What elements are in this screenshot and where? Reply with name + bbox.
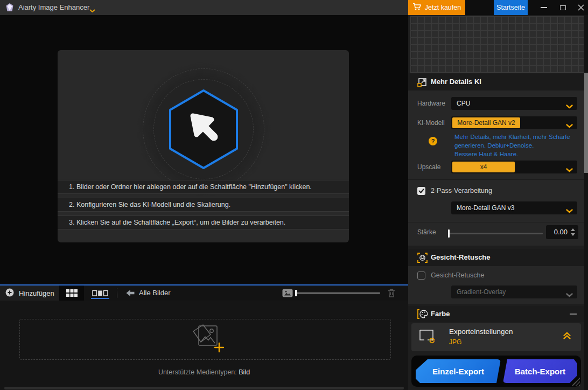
settings-sidebar: Mehr Details KI Hardware CPU KI-Modell M… bbox=[408, 15, 588, 390]
strength-slider-handle[interactable] bbox=[448, 229, 450, 238]
filmstrip-view-icon bbox=[92, 290, 108, 297]
upscale-dropdown[interactable]: x4 bbox=[451, 161, 577, 173]
active-view-underline bbox=[91, 298, 109, 299]
supported-media-label: Unterstützte Medientypen: bbox=[158, 368, 237, 376]
gear-icon: ⚙ bbox=[429, 336, 436, 345]
batch-export-label: Batch-Export bbox=[515, 367, 565, 376]
face-overlay-value: Gradient-Overlay bbox=[457, 285, 506, 298]
supported-media-value: Bild bbox=[239, 368, 250, 376]
instruction-step-3: 3. Klicken Sie auf die Schaltfläche „Exp… bbox=[58, 215, 349, 229]
chevron-down-icon[interactable] bbox=[89, 5, 95, 15]
preview-grid-area bbox=[410, 16, 584, 73]
face-retouch-label: Gesicht-Retusche bbox=[431, 271, 484, 280]
strength-slider-track[interactable] bbox=[448, 233, 543, 234]
app-logo-icon bbox=[5, 3, 15, 15]
details-settings-block: Hardware CPU KI-Modell More-Detail GAN v… bbox=[408, 90, 584, 179]
hardware-value: CPU bbox=[457, 97, 470, 110]
chevron-down-icon bbox=[566, 206, 573, 215]
export-format-value: JPG bbox=[449, 338, 461, 346]
filter-label: Alle Bilder bbox=[139, 285, 171, 301]
ki-model-label: KI-Modell bbox=[417, 116, 445, 129]
export-settings-panel[interactable]: ⚙ Exporteinstellungen JPG bbox=[411, 323, 581, 351]
collapse-minus-icon[interactable] bbox=[570, 314, 577, 315]
filmstrip-view-toggle[interactable] bbox=[84, 285, 116, 301]
home-label: Startseite bbox=[496, 4, 525, 11]
horizontal-scrollbar[interactable] bbox=[4, 387, 404, 389]
home-button[interactable]: Startseite bbox=[494, 0, 528, 15]
instruction-step-1: 1. Bilder oder Ordner hier ablegen oder … bbox=[58, 180, 349, 194]
hexagon-drop-icon[interactable] bbox=[163, 86, 244, 175]
buy-now-label: Jetzt kaufen bbox=[425, 4, 461, 11]
help-icon[interactable]: ? bbox=[429, 137, 437, 145]
sidebar-scrollbar-thumb[interactable] bbox=[584, 73, 588, 173]
grid-view-icon bbox=[66, 289, 78, 297]
model-description-line3: Bessere Haut & Haare. bbox=[454, 150, 582, 158]
cart-icon bbox=[412, 3, 421, 12]
main-canvas-area: 1. Bilder oder Ordner hier ablegen oder … bbox=[0, 15, 408, 284]
add-images-label: Hinzufügen bbox=[19, 289, 54, 297]
upscale-expand-icon bbox=[417, 77, 428, 89]
two-pass-checkbox[interactable] bbox=[417, 187, 425, 195]
ki-model-dropdown[interactable]: More-Detail GAN v2 bbox=[451, 116, 577, 129]
hardware-label: Hardware bbox=[417, 97, 445, 110]
plus-circle-icon bbox=[5, 288, 14, 298]
thumbnail-size-slider-track[interactable] bbox=[295, 292, 380, 294]
two-pass-model-dropdown[interactable]: More-Detail GAN v3 bbox=[451, 201, 577, 214]
chevron-down-icon bbox=[566, 101, 573, 111]
upscale-label: Upscale bbox=[417, 161, 440, 173]
add-images-button[interactable]: Hinzufügen bbox=[0, 285, 59, 301]
batch-export-button[interactable]: Batch-Export bbox=[503, 359, 577, 383]
hardware-dropdown[interactable]: CPU bbox=[451, 97, 577, 110]
two-pass-label: 2-Pass-Verarbeitung bbox=[431, 186, 492, 195]
close-button[interactable] bbox=[573, 0, 588, 15]
buy-now-button[interactable]: Jetzt kaufen bbox=[408, 0, 465, 15]
sidebar-scrollbar-track[interactable] bbox=[584, 15, 588, 390]
double-chevron-up-icon[interactable] bbox=[563, 331, 571, 342]
single-export-label: Einzel-Export bbox=[432, 367, 484, 376]
thumbnail-size-icon bbox=[282, 289, 293, 300]
face-section-title: Gesicht-Retusche bbox=[431, 249, 491, 266]
instruction-step-2: 2. Konfigurieren Sie das KI-Modell und d… bbox=[58, 198, 349, 212]
section-header-details: Mehr Details KI bbox=[408, 73, 584, 90]
export-buttons-bar: Einzel-Export Batch-Export bbox=[411, 356, 581, 387]
strength-label: Stärke bbox=[417, 225, 436, 239]
face-retouch-icon bbox=[417, 253, 428, 264]
minimize-button[interactable] bbox=[536, 0, 552, 15]
spinner-down-icon[interactable] bbox=[571, 233, 575, 236]
grid-view-toggle[interactable] bbox=[59, 285, 84, 301]
face-overlay-dropdown[interactable]: Gradient-Overlay bbox=[451, 285, 577, 298]
app-title: Aiarty Image Enhancer bbox=[18, 0, 89, 15]
thumbnail-toolbar: Hinzufügen Alle Bilder bbox=[0, 284, 408, 301]
back-arrow-icon[interactable] bbox=[125, 289, 135, 299]
two-pass-model-value: More-Detail GAN v3 bbox=[457, 201, 514, 214]
chevron-down-icon bbox=[566, 290, 573, 300]
chevron-down-icon bbox=[566, 121, 573, 130]
face-retouch-checkbox[interactable] bbox=[417, 271, 425, 280]
chevron-down-icon bbox=[566, 165, 573, 175]
two-pass-block: 2-Pass-Verarbeitung More-Detail GAN v3 S… bbox=[408, 180, 584, 246]
maximize-button[interactable] bbox=[555, 0, 571, 15]
titlebar-right: Jetzt kaufen Startseite bbox=[408, 0, 588, 15]
single-export-button[interactable]: Einzel-Export bbox=[416, 359, 501, 383]
face-settings-block: Gesicht-Retusche Gradient-Overlay bbox=[408, 266, 584, 304]
spinner-up-icon[interactable] bbox=[571, 228, 575, 231]
toolbar-divider bbox=[117, 288, 117, 298]
export-settings-title: Exporteinstellungen bbox=[449, 328, 513, 336]
thumbnail-size-slider-handle[interactable] bbox=[295, 290, 297, 296]
image-list-panel: Unterstützte Medientypen: Bild bbox=[0, 301, 408, 390]
add-photos-icon bbox=[185, 322, 226, 358]
ki-model-badge: More-Detail GAN v2 bbox=[452, 117, 520, 128]
titlebar: Aiarty Image Enhancer Jetzt kaufen Start… bbox=[0, 0, 588, 15]
image-dropzone[interactable] bbox=[19, 319, 391, 360]
strength-value: 0.00 bbox=[554, 228, 568, 236]
trash-icon[interactable] bbox=[387, 288, 396, 300]
divider bbox=[408, 222, 584, 222]
section-header-face: Gesicht-Retusche bbox=[408, 249, 584, 266]
palette-icon bbox=[417, 309, 428, 321]
model-description-line2: generieren. Deblur+Denoise. bbox=[454, 141, 582, 150]
strength-value-input[interactable]: 0.00 bbox=[546, 225, 578, 239]
color-section-title: Farbe bbox=[431, 306, 450, 323]
section-header-color: Farbe bbox=[408, 306, 584, 322]
welcome-panel: 1. Bilder oder Ordner hier ablegen oder … bbox=[58, 50, 349, 242]
model-description-line1: Mehr Details, mehr Klarheit, mehr Schärf… bbox=[454, 133, 582, 141]
